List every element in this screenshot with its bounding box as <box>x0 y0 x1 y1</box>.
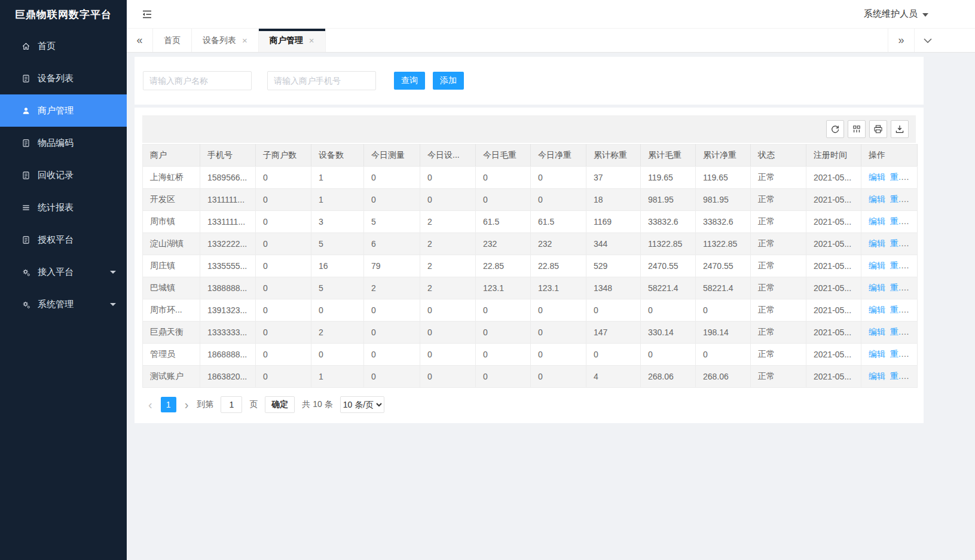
table-cell: 2021-05... <box>806 322 861 344</box>
sidebar-item-label: 接入平台 <box>38 267 74 278</box>
sidebar-item-home[interactable]: 首页 <box>0 30 127 62</box>
column-header: 状态 <box>751 145 806 167</box>
columns-icon[interactable] <box>848 120 866 138</box>
reset-link[interactable]: 重... <box>890 305 906 314</box>
table-cell: 0 <box>256 233 311 255</box>
merchant-phone-input[interactable] <box>267 71 376 90</box>
table-cell: 11322.85 <box>641 233 696 255</box>
tab-merchant-mgmt[interactable]: 商户管理× <box>259 29 326 52</box>
tabs-dropdown-button[interactable] <box>914 29 940 52</box>
table-cell: 正常 <box>751 344 806 366</box>
table-cell: 0 <box>364 167 420 189</box>
table-cell: 测试账户 <box>143 366 200 388</box>
close-icon[interactable]: × <box>242 35 247 45</box>
edit-link[interactable]: 编辑 <box>869 261 885 270</box>
tabs-scroll-left-button[interactable]: « <box>127 29 153 52</box>
table-cell: 123.1 <box>531 277 586 299</box>
prev-page-button[interactable]: ‹ <box>143 399 157 411</box>
search-panel: 查询 添加 <box>135 57 924 105</box>
reset-link[interactable]: 重... <box>890 216 906 226</box>
table-cell: 1335555... <box>200 255 256 277</box>
table-cell: 18 <box>586 189 641 211</box>
column-header: 今日测量 <box>364 145 420 167</box>
reset-link[interactable]: 重... <box>890 371 906 381</box>
edit-link[interactable]: 编辑 <box>869 349 885 359</box>
table-cell: 232 <box>531 233 586 255</box>
reset-link[interactable]: 重... <box>890 238 906 248</box>
query-button[interactable]: 查询 <box>394 72 425 90</box>
edit-link[interactable]: 编辑 <box>869 172 885 182</box>
table-cell: 0 <box>256 277 311 299</box>
page-number-1[interactable]: 1 <box>161 397 176 412</box>
edit-link[interactable]: 编辑 <box>869 194 885 204</box>
table-cell: 22.85 <box>476 255 531 277</box>
sidebar-item-label: 物品编码 <box>38 137 74 149</box>
row-actions: 编辑重... <box>861 233 918 255</box>
sidebar-item-device-list[interactable]: 设备列表 <box>0 62 127 94</box>
table-cell: 4 <box>586 366 641 388</box>
sidebar-item-access-platform[interactable]: 接入平台 <box>0 256 127 288</box>
table-cell: 2021-05... <box>806 167 861 189</box>
table-cell: 0 <box>476 167 531 189</box>
page-size-select[interactable]: 10 条/页 <box>340 396 384 413</box>
reset-link[interactable]: 重... <box>890 172 906 182</box>
export-icon[interactable] <box>891 120 909 138</box>
reset-link[interactable]: 重... <box>890 261 906 270</box>
tab-home[interactable]: 首页 <box>153 29 192 52</box>
sidebar-item-item-code[interactable]: 物品编码 <box>0 127 127 159</box>
sidebar-item-merchant-mgmt[interactable]: 商户管理 <box>0 94 127 127</box>
table-cell: 981.95 <box>641 189 696 211</box>
list-icon <box>22 203 31 212</box>
table-cell: 正常 <box>751 299 806 322</box>
sidebar-item-auth-platform[interactable]: 授权平台 <box>0 224 127 256</box>
close-icon[interactable]: × <box>309 35 314 45</box>
edit-link[interactable]: 编辑 <box>869 327 885 336</box>
edit-link[interactable]: 编辑 <box>869 216 885 226</box>
table-cell: 5 <box>311 233 364 255</box>
sidebar-collapse-icon[interactable] <box>141 8 153 20</box>
reset-link[interactable]: 重... <box>890 194 906 204</box>
merchant-name-input[interactable] <box>143 71 252 90</box>
table-cell: 0 <box>256 189 311 211</box>
table-cell: 2021-05... <box>806 299 861 322</box>
next-page-button[interactable]: › <box>180 399 194 411</box>
sidebar-item-system-mgmt[interactable]: 系统管理 <box>0 288 127 320</box>
table-cell: 0 <box>420 189 476 211</box>
sidebar-item-recycle-records[interactable]: 回收记录 <box>0 159 127 191</box>
table-cell: 正常 <box>751 277 806 299</box>
edit-link[interactable]: 编辑 <box>869 283 885 292</box>
table-cell: 1 <box>311 167 364 189</box>
table-cell: 123.1 <box>476 277 531 299</box>
sidebar-item-label: 首页 <box>38 41 56 52</box>
print-icon[interactable] <box>869 120 887 138</box>
refresh-icon[interactable] <box>826 120 844 138</box>
table-cell: 0 <box>420 344 476 366</box>
tab-label: 设备列表 <box>203 35 236 46</box>
edit-link[interactable]: 编辑 <box>869 305 885 314</box>
tab-device-list[interactable]: 设备列表× <box>192 29 259 52</box>
sidebar-item-stats-report[interactable]: 统计报表 <box>0 191 127 224</box>
page-label: 页 <box>249 399 258 410</box>
confirm-page-button[interactable]: 确定 <box>265 396 295 413</box>
table-cell: 2021-05... <box>806 277 861 299</box>
table-cell: 37 <box>586 167 641 189</box>
add-button[interactable]: 添加 <box>433 72 464 90</box>
tab-label: 商户管理 <box>270 35 303 46</box>
reset-link[interactable]: 重... <box>890 349 906 359</box>
table-cell: 管理员 <box>143 344 200 366</box>
reset-link[interactable]: 重... <box>890 283 906 292</box>
edit-link[interactable]: 编辑 <box>869 371 885 381</box>
goto-page-input[interactable] <box>221 396 242 413</box>
sidebar-item-label: 设备列表 <box>38 73 74 84</box>
tabs-scroll-right-button[interactable]: » <box>888 29 914 52</box>
table-cell: 1333333... <box>200 322 256 344</box>
table-cell: 上海虹桥 <box>143 167 200 189</box>
table-cell: 5 <box>311 277 364 299</box>
user-menu[interactable]: 系统维护人员 <box>864 8 928 20</box>
tab-label: 首页 <box>164 35 181 46</box>
edit-link[interactable]: 编辑 <box>869 238 885 248</box>
table-cell: 1 <box>311 189 364 211</box>
goto-label: 到第 <box>197 399 213 410</box>
reset-link[interactable]: 重... <box>890 327 906 336</box>
user-name: 系统维护人员 <box>864 8 918 20</box>
